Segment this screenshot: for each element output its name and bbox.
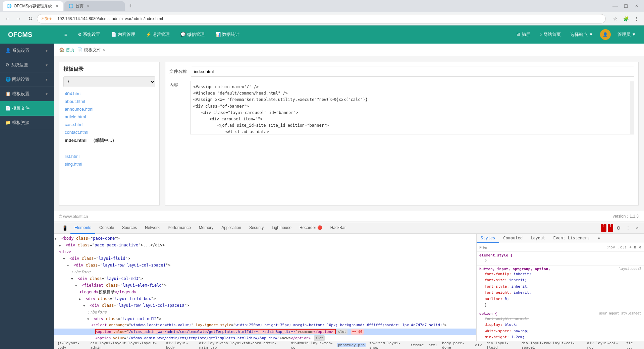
expand-icon[interactable] [75,282,79,288]
expand-icon[interactable] [55,235,59,241]
expand-icon[interactable] [71,276,75,282]
expand-icon[interactable] [79,296,83,302]
sidebar-item-website-settings[interactable]: 🌐 网站设置 ▼ [0,72,54,87]
footer-tag-fie[interactable]: fie ... [625,341,641,349]
add-rule[interactable]: + [629,245,632,249]
dom-panel[interactable]: <body class="pace-done"> <div class="pac… [54,234,476,341]
site-select-button[interactable]: 选择站点 ▼ [568,32,596,38]
tab-lighthouse[interactable]: Lighthouse [268,222,296,234]
file-item-case[interactable]: case.html [63,121,155,128]
scrollbar[interactable] [630,81,634,134]
sidebar-item-system-operation[interactable]: ⚙ 系统运营 ▼ [0,58,54,72]
dom-line-row[interactable]: <div class="layui-row layui-col-space1"> [54,262,476,269]
sidebar-item-template-settings[interactable]: 📋 模板设置 ▼ [0,87,54,101]
sidebar-item-template-resources[interactable]: 📁 模板资源 [0,116,54,130]
url-input[interactable]: 不安全 | 192.168.114.144:8080/ofcms_admin_w… [37,14,606,23]
nav-operation[interactable]: ⚡ 运营管理 [141,25,175,44]
styles-filter-input[interactable] [479,245,603,249]
tab-close-icon[interactable]: × [103,48,105,52]
tab-security[interactable]: Security [245,222,268,234]
hover-pseudo[interactable]: :hov [606,245,615,249]
devtools-settings-icon[interactable]: ⚙ [614,224,623,232]
minimize-button[interactable]: — [610,1,620,11]
dom-line-div[interactable]: <div> [54,248,476,255]
tab-console[interactable]: Console [95,222,118,234]
footer-tag-ji[interactable]: ji-layout-body [56,341,87,349]
style-outline[interactable]: outline: 0; [479,296,641,302]
nav-content[interactable]: 📄 内容管理 [106,25,141,44]
file-item-about[interactable]: about.html [63,98,155,105]
directory-select[interactable]: / [63,76,155,87]
styles-tab-layout[interactable]: Layout [527,234,549,243]
styles-tab-more[interactable]: » [594,234,604,243]
settings-icon[interactable]: ⋮ [632,14,641,23]
styles-tab-event-listeners[interactable]: Event Listeners [549,234,594,243]
file-item-list[interactable]: list.html [63,153,155,160]
devtools-inspect-icon[interactable]: ⬚ [56,225,61,231]
maximize-button[interactable]: □ [621,1,631,11]
expand-icon[interactable] [63,255,67,261]
dom-line-fluid[interactable]: <div class="layui-fluid"> [54,255,476,262]
tab-active[interactable]: 🌐 OFCMS内容管理系统 × [3,1,63,11]
devtools-responsive-icon[interactable]: 📱 [62,225,68,231]
force-state-icon[interactable]: ⊞ [634,245,637,249]
nav-hamburger[interactable]: ≡ [59,25,72,44]
dom-line-fieldset[interactable]: <fieldset class="layui-elem-field"> [54,282,476,289]
tab-sources[interactable]: Sources [118,222,141,234]
file-item-index[interactable]: index.html （编辑中...） [63,136,155,145]
code-editor[interactable]: <#assign column_name='/' /> <#include "d… [190,81,634,134]
style-font-style[interactable]: font-style: inherit; [479,284,641,290]
breadcrumb-home[interactable]: 🏠 首页 [59,47,74,53]
tab-hackbar[interactable]: HackBar [326,222,350,234]
dom-line-option-common[interactable]: <option value="/ofcms_admin_war/admin/cm… [54,329,476,335]
file-item-contact[interactable]: contact.html [63,128,155,136]
website-home-button[interactable]: ○ 网站首页 [537,32,564,38]
tab-close-button[interactable]: × [56,3,58,9]
footer-tag-layout-admin[interactable]: div.layui-layout.layui-layout-admin [90,341,162,349]
footer-tag-row-space1[interactable]: div.layui-row.layui-col-space1 [521,341,583,349]
styles-tab-computed[interactable]: Computed [499,234,527,243]
forward-button[interactable]: → [14,14,23,23]
dom-line-select[interactable]: <select onchange="window.location=this.v… [54,322,476,329]
footer-tag-div[interactable]: div [474,343,483,347]
back-button[interactable]: ← [3,14,12,23]
file-item-404[interactable]: 404.html [63,90,155,98]
footer-tag-iframe[interactable]: iframe [410,343,425,347]
dom-line-body[interactable]: <body class="pace-done"> [54,235,476,242]
nav-statistics[interactable]: 📊 数据统计 [210,25,245,44]
expand-icon[interactable] [83,302,87,308]
dom-line-rowspace10[interactable]: <div class="layui-row layui-col-space10"… [54,302,476,309]
tab-performance[interactable]: Performance [164,222,195,234]
sidebar-item-template-files[interactable]: 📄 模板文件 [0,101,54,116]
cls-pseudo[interactable]: .cls [618,245,627,249]
footer-tag-fluid[interactable]: div.layui-fluid [485,341,518,349]
file-item-announce[interactable]: announce.html [63,105,155,113]
dom-line-fieldbox[interactable]: <div class="layui-field-box"> [54,295,476,302]
footer-tag-body-pace[interactable]: body.pace-done [441,341,472,349]
sidebar-item-system-settings[interactable]: 👤 系统设置 ▼ [0,44,54,58]
style-font-weight-ua[interactable]: font-weight: normal; [479,316,641,322]
tab-inactive[interactable]: 🌐 首页 × [64,1,125,11]
style-white-space[interactable]: white-space: nowrap; [479,328,641,335]
style-font-size[interactable]: font-size: inherit; [479,277,641,284]
nav-system-settings[interactable]: ⚙ 系统设置 [72,25,106,44]
footer-tag-col-md3[interactable]: div.layui-col-md3 [586,341,623,349]
admin-menu-button[interactable]: 管理员 ▼ [615,32,639,38]
tab-memory[interactable]: Memory [195,222,217,234]
bookmark-icon[interactable]: ☆ [610,14,620,23]
touchscreen-button[interactable]: 🖥 触屏 [513,32,533,38]
footer-tag-tab-card[interactable]: div.layui-tab.layui-tab-card.admin-main-… [198,341,287,349]
close-browser-button[interactable]: × [632,1,641,11]
expand-icon[interactable] [87,316,91,322]
footer-tag-main[interactable]: div#main.layui-tab-cc [290,341,334,349]
tab-network[interactable]: Network [141,222,164,234]
styles-tab-styles[interactable]: Styles [477,234,499,243]
footer-tag-phpstudy[interactable]: phpstudy_pro [337,343,366,347]
filename-input[interactable] [191,66,634,77]
nav-wechat[interactable]: 💬 微信管理 [175,25,210,44]
tab-close-button2[interactable]: × [87,3,90,9]
reload-button[interactable]: ↻ [25,14,35,23]
expand-icon[interactable] [59,242,63,248]
style-min-height[interactable]: min-height: 1.2em; [479,334,641,341]
dom-line-md12[interactable]: <div class="layui-col-md12"> [54,315,476,322]
